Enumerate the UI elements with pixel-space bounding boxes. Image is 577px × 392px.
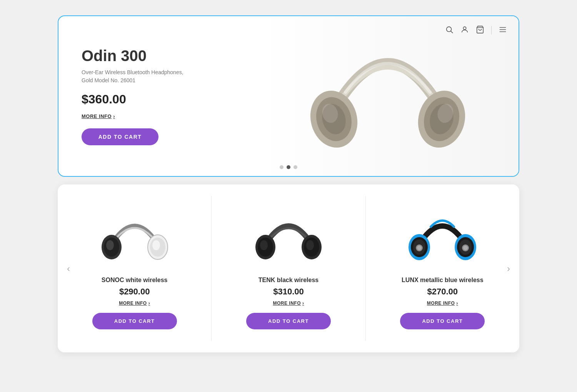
hero-add-to-cart-button[interactable]: ADD TO CART bbox=[82, 128, 158, 145]
product-price-3: $270.00 bbox=[427, 287, 458, 297]
svg-point-24 bbox=[260, 240, 268, 250]
product-image-3 bbox=[404, 204, 481, 269]
product-name-3: LUNX metallic blue wireless bbox=[402, 277, 484, 284]
carousel-prev-arrow[interactable]: ‹ bbox=[62, 262, 75, 276]
svg-point-20 bbox=[152, 240, 160, 250]
cart-icon[interactable] bbox=[476, 25, 484, 35]
product-price-2: $310.00 bbox=[273, 287, 304, 297]
product-more-info-link-2[interactable]: MORE INFO › bbox=[273, 301, 304, 306]
carousel-dot-2[interactable] bbox=[287, 165, 290, 169]
user-icon[interactable] bbox=[460, 25, 469, 35]
products-card: ‹ bbox=[58, 184, 519, 352]
svg-point-2 bbox=[463, 27, 466, 30]
page-wrapper: Odin 300 Over-Ear Wireless Bluetooth Hea… bbox=[58, 15, 519, 352]
product-headphone-svg-1 bbox=[100, 207, 169, 266]
svg-point-0 bbox=[447, 27, 452, 32]
hero-headphone-svg bbox=[295, 15, 480, 177]
product-image-1 bbox=[96, 204, 173, 269]
carousel-dot-1[interactable] bbox=[280, 165, 283, 169]
header-nav-icons bbox=[445, 25, 507, 35]
product-item-1: SONOC white wireless $290.00 MORE INFO ›… bbox=[58, 196, 212, 341]
menu-icon[interactable] bbox=[499, 25, 507, 35]
product-image-2 bbox=[250, 204, 327, 269]
hero-title: Odin 300 bbox=[82, 47, 205, 65]
products-grid: SONOC white wireless $290.00 MORE INFO ›… bbox=[58, 196, 519, 341]
product-price-1: $290.00 bbox=[119, 287, 150, 297]
carousel-dot-3[interactable] bbox=[294, 165, 297, 169]
product-name-1: SONOC white wireless bbox=[102, 277, 168, 284]
product-item-3: LUNX metallic blue wireless $270.00 MORE… bbox=[366, 196, 519, 341]
hero-more-info-link[interactable]: MORE INFO › bbox=[82, 113, 115, 119]
product-headphone-svg-2 bbox=[254, 207, 323, 266]
hero-content: Odin 300 Over-Ear Wireless Bluetooth Hea… bbox=[58, 32, 228, 161]
svg-point-37 bbox=[463, 246, 468, 250]
svg-line-1 bbox=[451, 31, 453, 33]
product-more-info-link-3[interactable]: MORE INFO › bbox=[427, 301, 458, 306]
product-add-to-cart-button-3[interactable]: ADD TO CART bbox=[400, 313, 485, 329]
svg-point-32 bbox=[417, 246, 422, 250]
product-name-2: TENK black wireless bbox=[258, 277, 319, 284]
hero-card: Odin 300 Over-Ear Wireless Bluetooth Hea… bbox=[58, 15, 519, 177]
hero-price: $360.00 bbox=[82, 92, 205, 106]
svg-point-27 bbox=[306, 240, 314, 250]
svg-point-17 bbox=[106, 240, 114, 250]
hero-subtitle: Over-Ear Wireless Bluetooth Headphones,G… bbox=[82, 68, 205, 85]
hero-image bbox=[257, 16, 519, 176]
product-headphone-svg-3 bbox=[408, 207, 477, 266]
product-item-2: TENK black wireless $310.00 MORE INFO › … bbox=[212, 196, 365, 341]
search-icon[interactable] bbox=[445, 25, 454, 35]
product-more-info-link-1[interactable]: MORE INFO › bbox=[119, 301, 150, 306]
nav-divider bbox=[491, 26, 492, 35]
product-add-to-cart-button-1[interactable]: ADD TO CART bbox=[92, 313, 177, 329]
carousel-next-arrow[interactable]: › bbox=[502, 262, 515, 276]
product-add-to-cart-button-2[interactable]: ADD TO CART bbox=[246, 313, 331, 329]
carousel-dots bbox=[280, 165, 297, 169]
